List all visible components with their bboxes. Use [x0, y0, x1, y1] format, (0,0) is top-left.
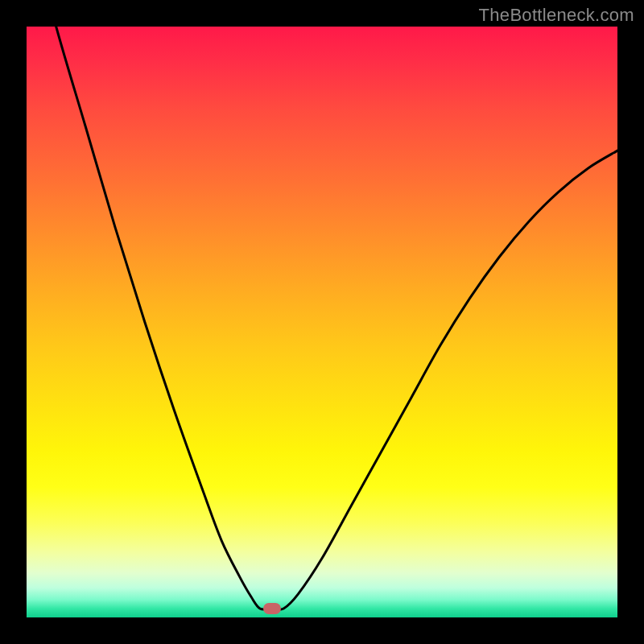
watermark-text: TheBottleneck.com: [479, 5, 634, 26]
plot-area: [27, 27, 617, 617]
optimal-point-marker: [263, 603, 281, 614]
bottleneck-curve: [27, 27, 617, 617]
chart-frame: TheBottleneck.com: [0, 0, 644, 644]
